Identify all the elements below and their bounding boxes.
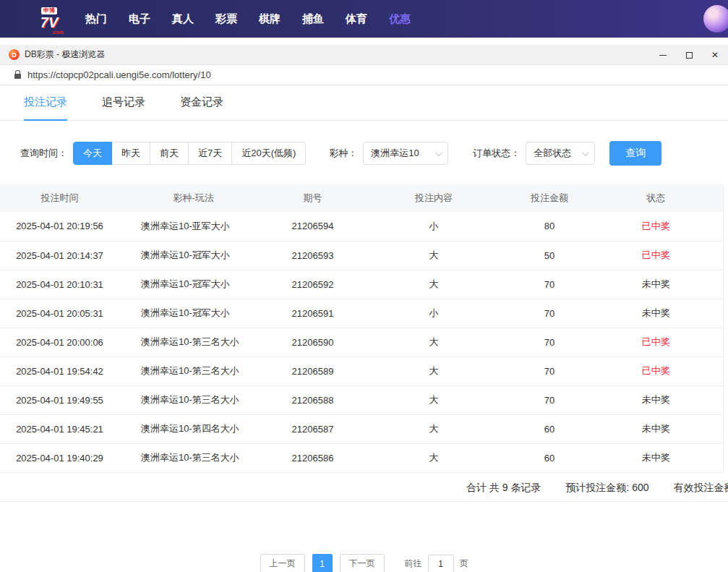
status-cell: 已中奖 xyxy=(589,212,723,241)
menu-item-6[interactable]: 体育 xyxy=(346,12,367,26)
tab-2[interactable]: 资金记录 xyxy=(180,95,223,121)
lottery-select-value: 澳洲幸运10 xyxy=(371,147,419,160)
content-cell: 大 xyxy=(358,328,510,357)
menu-item-0[interactable]: 热门 xyxy=(85,12,107,26)
table-header-row: 投注时间彩种-玩法期号投注内容投注金额状态 xyxy=(0,184,723,212)
status-cell: 已中奖 xyxy=(589,241,723,270)
site-logo[interactable]: 申博 7V .com xyxy=(30,3,68,35)
amount-cell: 60 xyxy=(510,443,589,472)
status-cell: 未中奖 xyxy=(589,385,723,414)
col-header-4: 投注金额 xyxy=(510,184,589,212)
content-cell: 小 xyxy=(358,212,510,241)
main-content: 投注记录追号记录资金记录 查询时间： 今天昨天前天近7天近20天(低频) 彩种：… xyxy=(0,85,728,572)
next-page-button[interactable]: 下一页 xyxy=(340,554,385,572)
table-row: 2025-04-01 19:54:42澳洲幸运10-第三名大小21206589大… xyxy=(0,357,723,385)
bet-records-table: 投注时间彩种-玩法期号投注内容投注金额状态 2025-04-01 20:19:5… xyxy=(0,184,724,473)
goto-page-label: 前往 xyxy=(405,558,422,570)
time-cell: 2025-04-01 19:40:29 xyxy=(0,443,119,472)
game-cell: 澳洲幸运10-第三名大小 xyxy=(119,385,267,414)
top-navbar: 申博 7V .com 热门电子真人彩票棋牌捕鱼体育优惠 xyxy=(0,0,728,38)
col-header-1: 彩种-玩法 xyxy=(119,184,267,212)
browser-titlebar: D DB彩票 - 极速浏览器 ✕ xyxy=(0,45,728,65)
status-cell: 未中奖 xyxy=(589,414,723,443)
game-cell: 澳洲幸运10-第三名大小 xyxy=(119,328,267,357)
search-button[interactable]: 查询 xyxy=(609,141,661,166)
menu-item-2[interactable]: 真人 xyxy=(172,12,194,26)
pagination: 上一页 1 下一页 前往 页 xyxy=(0,554,728,572)
amount-cell: 70 xyxy=(510,299,589,328)
issue-cell: 21206593 xyxy=(267,241,358,270)
avatar[interactable] xyxy=(703,5,728,33)
issue-cell: 21206587 xyxy=(267,414,358,443)
time-option-4[interactable]: 近20天(低频) xyxy=(231,142,306,165)
time-cell: 2025-04-01 19:49:55 xyxy=(0,385,119,414)
time-cell: 2025-04-01 19:54:42 xyxy=(0,357,119,385)
summary-total: 合计 共 9 条记录 xyxy=(466,482,541,493)
content-cell: 大 xyxy=(358,414,510,443)
tab-1[interactable]: 追号记录 xyxy=(102,95,145,121)
maximize-button[interactable] xyxy=(676,45,702,65)
game-cell: 澳洲幸运10-亚军大小 xyxy=(119,212,267,241)
summary-valid-amount: 有效投注金额 xyxy=(673,482,728,493)
tab-0[interactable]: 投注记录 xyxy=(24,95,67,121)
menu-item-5[interactable]: 捕鱼 xyxy=(302,12,324,26)
time-cell: 2025-04-01 20:00:06 xyxy=(0,328,119,357)
logo-top-text: 申博 xyxy=(41,7,57,14)
amount-cell: 70 xyxy=(510,270,589,299)
time-range-group: 今天昨天前天近7天近20天(低频) xyxy=(73,142,306,165)
time-cell: 2025-04-01 20:19:56 xyxy=(0,212,119,241)
logo-main-text: 7V xyxy=(30,15,68,30)
menu-item-4[interactable]: 棋牌 xyxy=(259,12,281,26)
time-cell: 2025-04-01 19:45:21 xyxy=(0,414,119,443)
status-cell: 未中奖 xyxy=(589,443,723,472)
status-cell: 已中奖 xyxy=(589,357,723,385)
time-cell: 2025-04-01 20:10:31 xyxy=(0,270,119,299)
prev-page-button[interactable]: 上一页 xyxy=(260,554,305,572)
close-button[interactable]: ✕ xyxy=(702,45,728,65)
game-cell: 澳洲幸运10-冠军大小 xyxy=(119,241,267,270)
main-menu: 热门电子真人彩票棋牌捕鱼体育优惠 xyxy=(85,12,411,26)
col-header-0: 投注时间 xyxy=(0,184,119,212)
lock-icon xyxy=(14,74,21,79)
amount-cell: 60 xyxy=(510,414,589,443)
status-filter-label: 订单状态： xyxy=(473,147,520,160)
menu-item-1[interactable]: 电子 xyxy=(129,12,150,26)
time-option-3[interactable]: 近7天 xyxy=(188,142,232,165)
goto-page-input[interactable] xyxy=(428,555,454,572)
table-row: 2025-04-01 20:10:31澳洲幸运10-冠军大小21206592大7… xyxy=(0,270,723,299)
table-row: 2025-04-01 20:14:37澳洲幸运10-冠军大小21206593大5… xyxy=(0,241,723,270)
minimize-button[interactable] xyxy=(650,45,676,65)
time-cell: 2025-04-01 20:05:31 xyxy=(0,299,119,328)
issue-cell: 21206589 xyxy=(267,357,358,385)
time-option-0[interactable]: 今天 xyxy=(73,142,112,165)
filter-bar: 查询时间： 今天昨天前天近7天近20天(低频) 彩种： 澳洲幸运10 订单状态：… xyxy=(20,141,728,166)
minimize-icon xyxy=(659,55,667,56)
time-option-2[interactable]: 前天 xyxy=(150,142,189,165)
table-row: 2025-04-01 19:45:21澳洲幸运10-第四名大小21206587大… xyxy=(0,414,723,443)
table-row: 2025-04-01 20:19:56澳洲幸运10-亚军大小21206594小8… xyxy=(0,212,723,241)
page-number-1[interactable]: 1 xyxy=(312,554,333,572)
url-text[interactable]: https://ctopcp02pcali.uengi5e.com/lotter… xyxy=(27,69,211,80)
time-option-1[interactable]: 昨天 xyxy=(111,142,150,165)
menu-item-3[interactable]: 彩票 xyxy=(215,12,237,26)
issue-cell: 21206588 xyxy=(267,385,358,414)
issue-cell: 21206590 xyxy=(267,328,358,357)
col-header-3: 投注内容 xyxy=(358,184,510,212)
game-cell: 澳洲幸运10-第三名大小 xyxy=(119,357,267,385)
maximize-icon xyxy=(686,52,693,59)
status-cell: 未中奖 xyxy=(589,299,723,328)
amount-cell: 70 xyxy=(510,328,589,357)
page: 申博 7V .com 热门电子真人彩票棋牌捕鱼体育优惠 D DB彩票 - 极速浏… xyxy=(0,0,728,572)
menu-item-7[interactable]: 优惠 xyxy=(389,12,411,26)
record-tabs: 投注记录追号记录资金记录 xyxy=(0,85,728,121)
issue-cell: 21206591 xyxy=(267,299,358,328)
amount-cell: 50 xyxy=(510,241,589,270)
issue-cell: 21206586 xyxy=(267,443,358,472)
window-controls: ✕ xyxy=(650,45,728,65)
browser-app-icon: D xyxy=(9,49,20,60)
table-row: 2025-04-01 19:49:55澳洲幸运10-第三名大小21206588大… xyxy=(0,385,723,414)
lottery-select[interactable]: 澳洲幸运10 xyxy=(363,142,448,165)
time-filter-label: 查询时间： xyxy=(20,147,67,160)
issue-cell: 21206592 xyxy=(267,270,358,299)
status-select[interactable]: 全部状态 xyxy=(526,142,595,165)
